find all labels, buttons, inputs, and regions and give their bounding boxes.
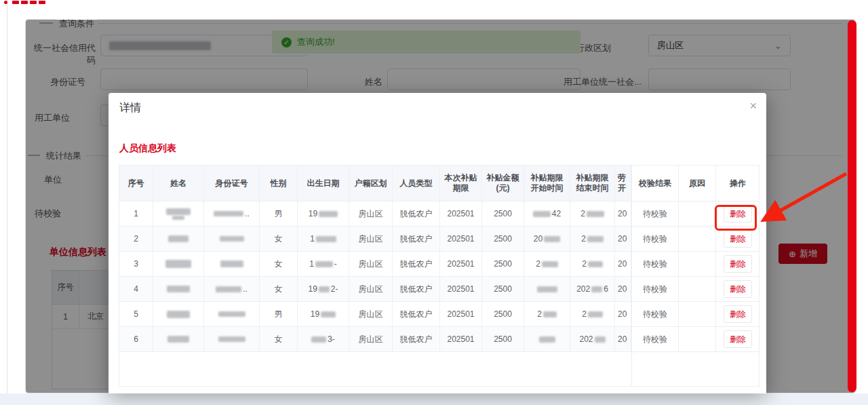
cell xyxy=(204,227,260,252)
delete-button[interactable]: 删除 xyxy=(724,230,752,248)
column-header: 本次补贴 期限 xyxy=(440,166,482,201)
redacted-text xyxy=(167,311,190,318)
cell: 待校验 xyxy=(631,277,679,302)
delete-button[interactable]: 删除 xyxy=(724,330,752,348)
page-bottom-strip xyxy=(0,393,868,405)
cell: 5 xyxy=(119,302,153,327)
cell: 男 xyxy=(260,302,298,327)
personnel-table: 序号姓名身份证号性别出生日期户籍区划人员类型本次补贴 期限补贴金额 (元)补贴期… xyxy=(119,165,760,387)
redacted-text xyxy=(216,286,241,292)
cell: 待校验 xyxy=(631,227,679,252)
redacted-text xyxy=(319,211,338,217)
table-row: 1..男19房山区脱低农户202501250042220待校验删除 xyxy=(119,201,759,227)
redacted-text xyxy=(220,261,243,267)
cell: 待校验 xyxy=(631,327,679,352)
cell: 1 xyxy=(119,201,153,227)
redacted-text xyxy=(595,336,606,343)
delete-highlight-annotation xyxy=(715,205,757,231)
cell: 20 xyxy=(615,277,631,302)
page-left-divider xyxy=(7,0,7,405)
cell: 女 xyxy=(260,227,298,252)
cell: 2 xyxy=(570,302,615,327)
column-header: 出生日期 xyxy=(298,166,349,201)
cell: 删除 xyxy=(716,327,760,352)
cell: 20 xyxy=(615,201,631,227)
cell: 20 xyxy=(615,302,631,327)
cell: 202501 xyxy=(440,302,482,327)
table-row: 4..女192-房山区脱低农户2025012500202620待校验删除 xyxy=(119,277,759,302)
cell: 2500 xyxy=(482,252,524,277)
redacted-text xyxy=(218,336,245,342)
column-header: 补贴期限 开始时间 xyxy=(524,166,570,201)
bullet-icon xyxy=(4,1,7,4)
cell: 192- xyxy=(298,277,349,302)
close-icon[interactable]: × xyxy=(749,100,757,112)
column-header: 校验结果 xyxy=(631,166,679,201)
details-modal: 详情 × 人员信息列表 序号姓名身份证号性别出生日期户籍区划人员类型本次补贴 期… xyxy=(108,93,766,393)
column-header: 劳 开 xyxy=(615,166,631,201)
cell: 1 xyxy=(298,227,349,252)
redacted-text xyxy=(167,286,190,292)
cell xyxy=(679,277,716,302)
cell xyxy=(204,327,260,352)
redacted-text xyxy=(539,336,555,343)
cell: 20 xyxy=(615,227,631,252)
fixed-columns-divider xyxy=(631,166,632,386)
redacted-text xyxy=(588,311,603,317)
cell: 202 xyxy=(570,327,615,352)
redacted-text xyxy=(168,235,189,242)
cell: 20 xyxy=(615,252,631,277)
cell: 19 xyxy=(298,201,349,227)
cell: 202501 xyxy=(440,327,482,352)
modal-title: 详情 xyxy=(119,101,141,115)
cell: .. xyxy=(204,277,260,302)
cell: 删除 xyxy=(716,252,760,277)
cell: 脱低农户 xyxy=(393,277,440,302)
cell: 2500 xyxy=(482,201,524,227)
redacted-text xyxy=(321,311,336,317)
table-row: 6女3-房山区脱低农户202501250020220待校验删除 xyxy=(119,327,759,352)
redacted-text xyxy=(587,211,604,217)
redacted-text xyxy=(319,286,330,292)
cell: 待校验 xyxy=(631,302,679,327)
personnel-list-title: 人员信息列表 xyxy=(119,142,176,155)
column-header: 姓名 xyxy=(153,166,204,201)
cell xyxy=(679,302,716,327)
table-row: 5男19房山区脱低农户20250125002220待校验删除 xyxy=(119,302,759,327)
cell: 202501 xyxy=(440,252,482,277)
cell xyxy=(204,252,260,277)
cell: 男 xyxy=(260,201,298,227)
redacted-text xyxy=(214,211,243,216)
cell: 房山区 xyxy=(349,327,393,352)
redacted-text xyxy=(315,261,333,267)
cell: 2 xyxy=(570,227,615,252)
delete-button[interactable]: 删除 xyxy=(724,305,752,323)
delete-button[interactable]: 删除 xyxy=(724,255,752,273)
cell: 房山区 xyxy=(349,252,393,277)
cell: 2 xyxy=(570,252,615,277)
cell: 2500 xyxy=(482,277,524,302)
cell: 待校验 xyxy=(631,201,679,227)
cell: 202501 xyxy=(440,227,482,252)
cell: 脱低农户 xyxy=(393,302,440,327)
delete-button[interactable]: 删除 xyxy=(724,280,752,298)
cell: 脱低农户 xyxy=(393,252,440,277)
cell: 2 xyxy=(524,252,570,277)
cell: 删除 xyxy=(716,277,760,302)
column-header: 身份证号 xyxy=(204,166,260,201)
redacted-text xyxy=(537,286,557,292)
column-header: 补贴金额 (元) xyxy=(482,166,524,201)
red-arrow-annotation xyxy=(753,170,854,231)
cell: 3- xyxy=(298,327,349,352)
table-row: 2女1房山区脱低农户202501250020220待校验删除 xyxy=(119,227,759,252)
cell: 2500 xyxy=(482,327,524,352)
cell: 2500 xyxy=(482,227,524,252)
cell: 6 xyxy=(119,327,153,352)
redacted-text xyxy=(218,311,245,317)
cell: 房山区 xyxy=(349,227,393,252)
cell: 房山区 xyxy=(349,302,393,327)
column-header: 补贴期限 结束时间 xyxy=(570,166,615,201)
cell: 脱低农户 xyxy=(393,227,440,252)
cell: 42 xyxy=(524,201,570,227)
column-header: 人员类型 xyxy=(393,166,440,201)
